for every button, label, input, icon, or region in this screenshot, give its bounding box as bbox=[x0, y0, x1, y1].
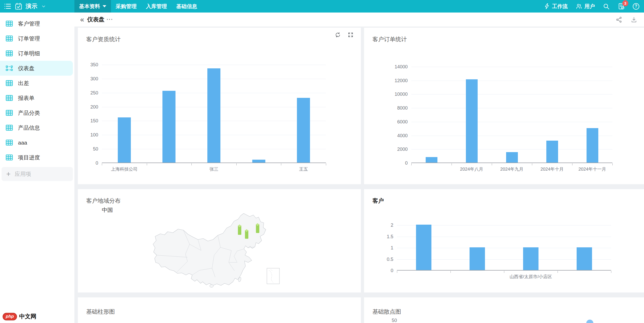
sidebar-item-label: 产品分类 bbox=[18, 109, 40, 117]
y-axis-tick-label: 0 bbox=[405, 160, 408, 166]
y-axis-tick-label: 50 bbox=[93, 146, 98, 152]
share-icon[interactable] bbox=[616, 16, 622, 23]
bar[interactable] bbox=[162, 91, 175, 163]
x-axis-line bbox=[397, 270, 611, 271]
gridline bbox=[411, 149, 612, 149]
tab-基础信息[interactable]: 基础信息 bbox=[172, 0, 202, 13]
module-tabs: 基本资料采购管理入库管理基础信息 bbox=[74, 0, 202, 13]
gridline bbox=[411, 122, 612, 122]
expand-icon[interactable] bbox=[348, 32, 354, 38]
y-axis-tick-label: 150 bbox=[90, 118, 98, 124]
x-axis-tick bbox=[236, 163, 237, 165]
sidebar-item-label: 仪表盘 bbox=[18, 65, 34, 72]
gridline bbox=[411, 108, 612, 108]
y-axis-tick-label: 2 bbox=[391, 223, 393, 228]
bar[interactable] bbox=[252, 160, 265, 163]
app-screen: 演示 基本资料采购管理入库管理基础信息 工作流 用户 bbox=[0, 0, 644, 323]
sidebar-item-产品分类[interactable]: 产品分类 bbox=[0, 105, 74, 120]
x-axis-tick bbox=[612, 163, 613, 165]
scatter-ytick-label: 50 bbox=[385, 318, 397, 323]
chart-title: 客户资质统计 bbox=[86, 35, 121, 43]
sidebar-item-项目进度[interactable]: 项目进度 bbox=[0, 150, 74, 165]
sidebar-item-label: 产品信息 bbox=[18, 124, 40, 131]
map-inset-south-china-sea bbox=[267, 268, 279, 284]
x-axis-tick bbox=[492, 163, 492, 165]
tab-入库管理[interactable]: 入库管理 bbox=[141, 0, 172, 13]
bar-chart-customer-qualification: 050100150200250300350上海科技公司张三王五 bbox=[102, 65, 326, 163]
sidebar-item-label: 报表单 bbox=[18, 94, 34, 102]
sidebar-item-产品信息[interactable]: 产品信息 bbox=[0, 120, 74, 135]
help-icon[interactable]: ? bbox=[633, 3, 639, 10]
add-app-item-button[interactable]: + 应用项 bbox=[2, 167, 73, 181]
gridline bbox=[411, 67, 612, 67]
chevron-down-icon[interactable] bbox=[41, 4, 46, 9]
y-axis-tick-label: 100 bbox=[90, 132, 98, 138]
card-actions bbox=[335, 32, 354, 38]
menu-icon[interactable] bbox=[4, 2, 11, 10]
chart-title: 客户订单统计 bbox=[372, 35, 407, 43]
tab-采购管理[interactable]: 采购管理 bbox=[111, 0, 141, 13]
app-name[interactable]: 演示 bbox=[26, 2, 38, 10]
y-axis-tick-label: 10000 bbox=[395, 92, 408, 97]
bar[interactable] bbox=[416, 225, 431, 270]
tasks-icon[interactable]: 3 bbox=[618, 3, 625, 10]
x-axis-tick bbox=[450, 271, 451, 273]
china-map[interactable] bbox=[151, 211, 285, 288]
refresh-icon[interactable] bbox=[335, 32, 341, 38]
x-axis-tick bbox=[326, 163, 326, 165]
search-icon[interactable] bbox=[603, 3, 610, 10]
bar[interactable] bbox=[523, 247, 538, 270]
table-icon bbox=[6, 50, 13, 57]
page-actions bbox=[616, 16, 644, 23]
bar[interactable] bbox=[470, 247, 485, 270]
tab-基本资料[interactable]: 基本资料 bbox=[74, 0, 111, 13]
y-axis-tick-label: 1 bbox=[391, 245, 393, 251]
more-icon[interactable]: ··· bbox=[107, 16, 113, 23]
sidebar-item-label: 客户管理 bbox=[18, 20, 40, 27]
bar[interactable] bbox=[506, 152, 518, 163]
sidebar-item-报表单[interactable]: 报表单 bbox=[0, 91, 74, 105]
bar[interactable] bbox=[466, 79, 478, 163]
sidebar-item-订单明细[interactable]: 订单明细 bbox=[0, 46, 74, 61]
x-axis-tick bbox=[397, 271, 397, 273]
x-axis-tick bbox=[611, 271, 611, 273]
x-axis-tick bbox=[504, 271, 504, 273]
users-icon bbox=[576, 3, 582, 10]
sidebar-item-出差[interactable]: 出差 bbox=[0, 76, 74, 91]
bar-chart-customer: 00.511.52山西省/太原市/小店区 bbox=[397, 225, 611, 271]
bar-chart-customer-orders: 020004000600080001000012000140002024年八月2… bbox=[411, 67, 612, 163]
sidebar-item-订单管理[interactable]: 订单管理 bbox=[0, 31, 74, 46]
table-icon bbox=[6, 35, 13, 42]
bar[interactable] bbox=[118, 117, 131, 163]
sidebar: 客户管理订单管理订单明细仪表盘出差报表单产品分类产品信息aaa项目进度 + 应用… bbox=[0, 13, 74, 323]
bar[interactable] bbox=[577, 247, 592, 270]
collapse-icon[interactable]: « bbox=[80, 16, 84, 23]
bar[interactable] bbox=[587, 128, 598, 163]
caret-down-icon bbox=[103, 5, 106, 7]
plus-icon: + bbox=[6, 170, 10, 178]
sidebar-item-aaa[interactable]: aaa bbox=[0, 135, 74, 150]
y-axis-tick-label: 0 bbox=[96, 160, 98, 166]
bar[interactable] bbox=[207, 68, 220, 163]
download-icon[interactable] bbox=[631, 16, 637, 23]
y-axis-tick-label: 200 bbox=[90, 104, 98, 110]
bar[interactable] bbox=[426, 157, 437, 163]
user-button[interactable]: 用户 bbox=[576, 3, 595, 10]
scatter-point bbox=[586, 320, 593, 323]
workflow-button[interactable]: 工作流 bbox=[544, 3, 568, 10]
x-axis-tick bbox=[452, 163, 452, 165]
sidebar-item-仪表盘[interactable]: 仪表盘 bbox=[0, 61, 73, 76]
sidebar-items: 客户管理订单管理订单明细仪表盘出差报表单产品分类产品信息aaa项目进度 bbox=[0, 16, 74, 165]
gridline bbox=[411, 81, 612, 81]
x-axis-category-label: 2024年八月 bbox=[460, 166, 483, 172]
x-axis-tick bbox=[411, 163, 412, 165]
sidebar-item-客户管理[interactable]: 客户管理 bbox=[0, 16, 74, 31]
bar[interactable] bbox=[297, 98, 310, 163]
y-axis-tick-label: 0.5 bbox=[387, 256, 393, 262]
bar[interactable] bbox=[546, 141, 558, 163]
app-logo-icon[interactable] bbox=[15, 2, 22, 10]
x-axis-category-label: 2024年九月 bbox=[500, 166, 524, 172]
gridline bbox=[411, 94, 612, 94]
notification-badge: 3 bbox=[622, 0, 628, 6]
x-axis-tick bbox=[532, 163, 532, 165]
